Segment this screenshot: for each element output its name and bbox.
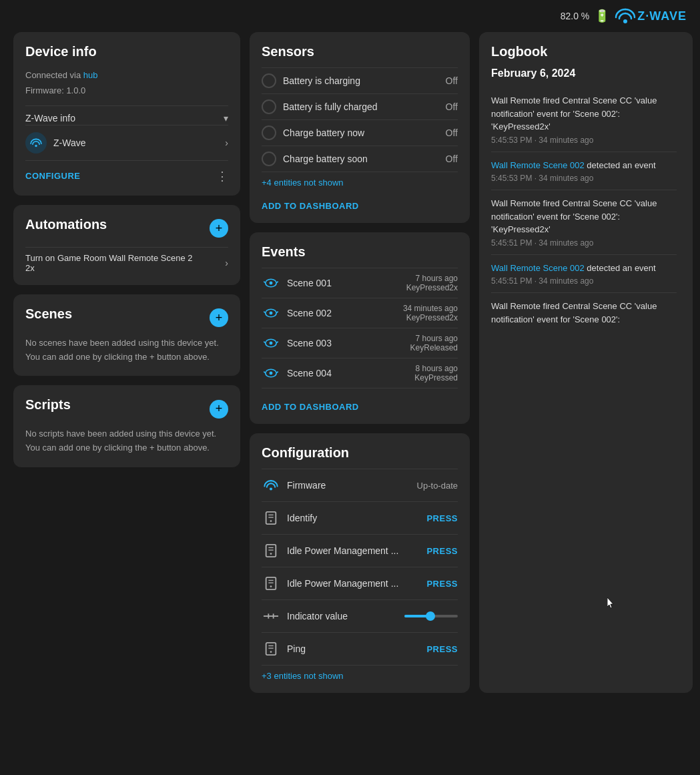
configuration-title: Configuration	[262, 445, 458, 461]
config-entities-not-shown[interactable]: +3 entities not shown	[262, 666, 458, 681]
logbook-title: Logbook	[491, 44, 681, 59]
config-list: Firmware Up-to-date Identify PRESS	[262, 469, 458, 666]
hub-link[interactable]: hub	[83, 70, 98, 80]
event-time-info: 8 hours ago KeyPressed	[414, 364, 458, 382]
event-time-info: 7 hours ago KeyReleased	[410, 334, 458, 352]
svg-point-11	[270, 342, 273, 345]
config-press-button[interactable]: PRESS	[426, 644, 458, 654]
sensors-card: Sensors Battery is charging Off Battery …	[250, 32, 470, 223]
event-row: Scene 001 7 hours ago KeyPressed2x	[262, 268, 458, 298]
svg-point-15	[270, 372, 273, 375]
zwave-item-row[interactable]: Z-Wave ›	[25, 125, 228, 161]
event-icon	[262, 334, 280, 352]
svg-point-37	[270, 651, 272, 653]
chevron-down-icon: ▾	[224, 113, 228, 123]
events-title: Events	[262, 244, 458, 260]
logbook-entry-text: detected an event	[587, 160, 655, 170]
config-device-icon	[262, 574, 280, 593]
event-row: Scene 002 34 minutes ago KeyPressed2x	[262, 298, 458, 328]
config-name: Firmware	[287, 480, 410, 491]
svg-point-0	[623, 19, 627, 23]
automation-chevron-right: ›	[225, 258, 228, 268]
zwave-brand-text: Z·WAVE	[637, 9, 687, 23]
logbook-link[interactable]: Wall Remote Scene 002	[491, 263, 585, 273]
sensor-circle-icon	[262, 99, 276, 114]
events-add-dashboard-button[interactable]: ADD TO DASHBOARD	[262, 402, 359, 412]
event-time-info: 34 minutes ago KeyPressed2x	[403, 304, 458, 322]
logbook-time: 5:45:51 PM · 34 minutes ago	[491, 276, 677, 286]
config-press-button[interactable]: PRESS	[426, 513, 458, 523]
config-row: Idle Power Management ... PRESS	[262, 567, 458, 600]
middle-column: Sensors Battery is charging Off Battery …	[250, 32, 470, 693]
scripts-title: Scripts	[25, 397, 71, 413]
config-press-button[interactable]: PRESS	[426, 579, 458, 589]
device-info-card: Device info Connected via hub Firmware: …	[13, 32, 240, 196]
event-time: 7 hours ago	[406, 274, 458, 283]
automation-name: Turn on Game Room Wall Remote Scene 2 2x	[25, 253, 199, 273]
svg-point-18	[270, 487, 272, 490]
zwave-small-icon	[30, 138, 42, 148]
event-type: KeyPressed2x	[403, 313, 458, 322]
logbook-entry: Wall Remote fired Central Scene CC 'valu…	[491, 293, 677, 332]
device-info-meta: Connected via hub Firmware: 1.0.0	[25, 67, 228, 99]
logbook-text: Wall Remote Scene 002 detected an event	[491, 159, 677, 172]
config-device-icon	[262, 639, 280, 658]
sensor-name: Charge battery now	[283, 127, 439, 138]
automation-item[interactable]: Turn on Game Room Wall Remote Scene 2 2x…	[25, 247, 228, 273]
event-icon	[262, 364, 280, 382]
scenes-header: Scenes +	[25, 306, 228, 330]
scripts-header: Scripts +	[25, 397, 228, 421]
logbook-time: 5:45:53 PM · 34 minutes ago	[491, 136, 677, 145]
svg-rect-34	[266, 643, 276, 655]
logbook-text: Wall Remote fired Central Scene CC 'valu…	[491, 94, 677, 134]
sensor-name: Charge battery soon	[283, 154, 439, 164]
config-device-icon	[262, 541, 280, 560]
configure-button[interactable]: CONFIGURE	[25, 171, 81, 181]
event-time: 8 hours ago	[414, 364, 458, 373]
configure-row: CONFIGURE ⋮	[25, 161, 228, 184]
device-info-title: Device info	[25, 44, 228, 59]
sensor-row: Charge battery now Off	[262, 120, 458, 146]
left-column: Device info Connected via hub Firmware: …	[13, 32, 240, 693]
svg-rect-19	[266, 512, 276, 524]
zwave-logo: Z·WAVE	[615, 7, 687, 25]
logbook-scroll[interactable]: Wall Remote fired Central Scene CC 'valu…	[491, 87, 681, 332]
event-icon	[262, 304, 280, 322]
add-scene-button[interactable]: +	[210, 308, 228, 327]
sensor-row: Battery is charging Off	[262, 67, 458, 94]
event-type: KeyPressed	[414, 373, 458, 382]
scenes-empty-text: No scenes have been added using this dev…	[25, 336, 228, 364]
zwave-info-row[interactable]: Z-Wave info ▾	[25, 105, 228, 123]
config-press-button[interactable]: PRESS	[426, 546, 458, 556]
more-options-button[interactable]: ⋮	[216, 169, 228, 184]
sensors-add-dashboard-button[interactable]: ADD TO DASHBOARD	[262, 201, 359, 211]
battery-percentage: 82.0 %	[561, 11, 590, 21]
add-script-button[interactable]: +	[210, 400, 228, 419]
sensors-entities-not-shown[interactable]: +4 entities not shown	[262, 172, 458, 188]
sensor-name: Battery is fully charged	[283, 101, 439, 112]
svg-point-26	[270, 553, 272, 555]
scenes-title: Scenes	[25, 306, 72, 322]
sensor-circle-icon	[262, 125, 276, 140]
logbook-entry: Wall Remote Scene 002 detected an event …	[491, 255, 677, 294]
logbook-entry-text: detected an event	[587, 263, 655, 273]
event-type: KeyPressed2x	[406, 283, 458, 292]
zwave-item-icon	[25, 132, 47, 154]
add-automation-button[interactable]: +	[210, 219, 228, 238]
sensor-value: Off	[446, 127, 458, 138]
logbook-entry: Wall Remote Scene 002 detected an event …	[491, 152, 677, 191]
logbook-card: Logbook February 6, 2024 Wall Remote fir…	[479, 32, 693, 693]
config-name: Ping	[287, 643, 420, 654]
sensor-value: Off	[446, 75, 458, 86]
scripts-empty-text: No scripts have been added using this de…	[25, 427, 228, 455]
config-slider-icon	[262, 607, 280, 625]
automations-card: Automations + Turn on Game Room Wall Rem…	[13, 205, 240, 285]
logbook-entry: Wall Remote fired Central Scene CC 'valu…	[491, 87, 677, 152]
sensor-row: Battery is fully charged Off	[262, 94, 458, 120]
events-list: Scene 001 7 hours ago KeyPressed2x Scene…	[262, 268, 458, 389]
right-column: Logbook February 6, 2024 Wall Remote fir…	[479, 32, 693, 693]
logbook-link[interactable]: Wall Remote Scene 002	[491, 160, 585, 170]
main-grid: Device info Connected via hub Firmware: …	[0, 32, 700, 706]
sensors-list: Battery is charging Off Battery is fully…	[262, 67, 458, 172]
indicator-slider[interactable]	[404, 615, 458, 617]
